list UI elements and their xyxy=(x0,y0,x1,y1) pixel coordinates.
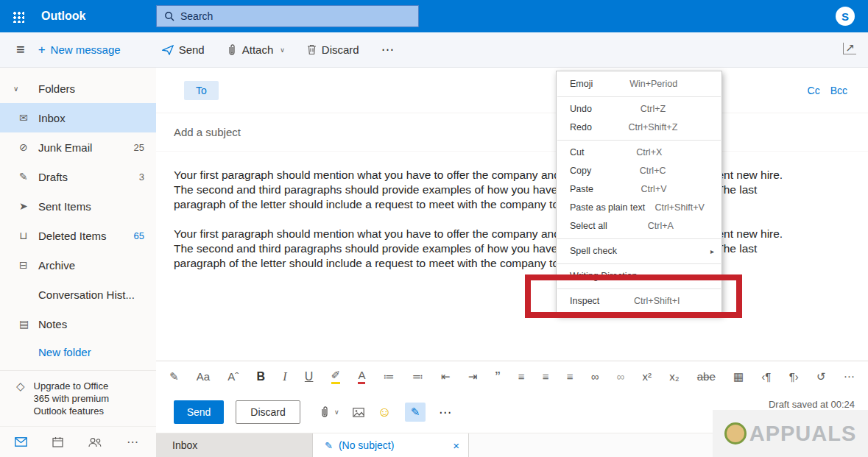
paragraph-ltr-icon[interactable]: ¶› xyxy=(789,370,799,383)
indent-icon[interactable]: ⇥ xyxy=(468,370,478,383)
tab-no-subject-label: (No subject) xyxy=(339,439,394,451)
menu-item-select-all[interactable]: Select all Ctrl+A xyxy=(557,217,721,235)
context-menu-shortcut: Ctrl+Z xyxy=(641,104,666,115)
more-commands-icon[interactable]: ⋯ xyxy=(374,42,401,57)
insert-picture-icon[interactable] xyxy=(353,408,364,417)
menu-item-emoji[interactable]: Emoji Win+Period xyxy=(557,75,721,93)
undo-icon[interactable]: ↺ xyxy=(816,370,826,383)
menu-item-paste-as-plain-text[interactable]: Paste as plain text Ctrl+Shift+V xyxy=(557,199,721,217)
compose-body[interactable]: Your first paragraph should mention what… xyxy=(156,152,868,361)
font-color-icon[interactable]: A xyxy=(358,369,365,384)
insert-image-icon[interactable]: ▦ xyxy=(733,370,744,383)
app-title: Outlook xyxy=(41,10,85,23)
new-folder-button[interactable]: New folder xyxy=(0,339,156,366)
sidebar-item-inbox[interactable]: ✉ Inbox xyxy=(0,103,156,132)
folders-header[interactable]: ∨ Folders xyxy=(0,74,156,103)
formatting-toolbar: ✎ Aa Aˆ B I U ✐ A ≔ ≕ ⇤ ⇥ xyxy=(156,361,868,392)
numbered-list-icon[interactable]: ≕ xyxy=(412,370,423,383)
folder-label: Sent Items xyxy=(38,200,91,213)
underline-icon[interactable]: U xyxy=(305,370,314,383)
pencil-icon: ✎ xyxy=(325,440,333,451)
align-right-icon[interactable]: ≡ xyxy=(567,370,574,383)
paperclip-icon xyxy=(227,44,237,56)
discard-toolbar-button[interactable]: Discard xyxy=(300,39,367,60)
more-compose-actions-icon[interactable]: ⋯ xyxy=(439,405,451,420)
app-launcher-button[interactable] xyxy=(0,0,35,32)
font-size-icon[interactable]: Aˆ xyxy=(227,370,239,383)
italic-icon[interactable]: I xyxy=(283,370,286,383)
tab-inbox[interactable]: Inbox xyxy=(156,433,313,457)
sidebar-item-conversation-history[interactable]: Conversation Hist... xyxy=(0,280,156,309)
align-center-icon[interactable]: ≡ xyxy=(543,370,549,383)
sidebar-item-junk-email[interactable]: ⊘ Junk Email 25 xyxy=(0,132,156,162)
menu-item-cut[interactable]: Cut Ctrl+X xyxy=(557,144,721,162)
open-in-new-window-icon[interactable]: ↗ xyxy=(843,43,856,54)
unlink-icon[interactable]: ∞ xyxy=(617,370,625,383)
bcc-button[interactable]: Bcc xyxy=(830,85,847,96)
subject-input[interactable]: Add a subject xyxy=(156,113,868,152)
align-left-icon[interactable]: ≡ xyxy=(518,370,525,383)
premium-diamond-icon: ◇ xyxy=(16,380,25,417)
folder-label: Junk Email xyxy=(38,141,92,154)
folder-icon: ⊘ xyxy=(19,141,38,153)
sidebar-item-notes[interactable]: ▤ Notes xyxy=(0,309,156,339)
link-icon[interactable]: ∞ xyxy=(591,370,599,383)
more-modules-icon[interactable]: ⋯ xyxy=(127,435,138,449)
upgrade-banner[interactable]: ◇ Upgrade to Office 365 with premium Out… xyxy=(0,370,156,426)
search-input[interactable] xyxy=(180,10,411,22)
send-button[interactable]: Send xyxy=(174,400,224,424)
format-painter-icon[interactable]: ✎ xyxy=(169,370,179,383)
more-formatting-icon[interactable]: ⋯ xyxy=(844,370,855,383)
context-menu-shortcut: Ctrl+C xyxy=(640,166,666,177)
mail-module-icon[interactable] xyxy=(15,437,27,447)
sidebar-item-sent-items[interactable]: ➤ Sent Items xyxy=(0,191,156,221)
context-menu-item-label: Spell check xyxy=(570,246,617,257)
menu-item-paste[interactable]: Paste Ctrl+V xyxy=(557,180,721,199)
folder-icon: ✉ xyxy=(19,112,38,124)
tab-no-subject[interactable]: ✎ (No subject) × xyxy=(313,433,469,457)
close-icon[interactable]: × xyxy=(453,439,459,452)
top-app-bar: Outlook S xyxy=(0,0,868,32)
folders-label: Folders xyxy=(38,82,75,95)
skype-icon[interactable]: S xyxy=(836,7,855,26)
strikethrough-icon[interactable]: abe xyxy=(697,370,716,383)
formatting-options-toggle[interactable]: ✎ xyxy=(405,403,426,422)
emoji-picker-icon[interactable]: ☺ xyxy=(378,404,392,420)
bullet-list-icon[interactable]: ≔ xyxy=(384,370,395,383)
folder-count-badge: 65 xyxy=(134,230,144,241)
outdent-icon[interactable]: ⇤ xyxy=(441,370,451,383)
menu-item-spell-check[interactable]: Spell check ▸ xyxy=(557,242,721,261)
quote-icon[interactable]: ” xyxy=(495,372,501,382)
sidebar-item-deleted-items[interactable]: ⊔ Deleted Items 65 xyxy=(0,221,156,250)
context-menu-shortcut: Ctrl+Shift+Z xyxy=(629,122,678,133)
paragraph-rtl-icon[interactable]: ‹¶ xyxy=(761,370,771,383)
superscript-icon[interactable]: x² xyxy=(643,370,652,383)
hamburger-menu-icon[interactable]: ≡ xyxy=(16,41,25,58)
chevron-down-icon[interactable]: ∨ xyxy=(334,408,339,416)
module-switcher: ⋯ xyxy=(0,426,156,457)
font-icon[interactable]: Aa xyxy=(197,370,210,383)
paperclip-icon[interactable] xyxy=(320,406,330,418)
menu-separator xyxy=(557,263,721,264)
bold-icon[interactable]: B xyxy=(257,370,266,383)
context-menu-item-label: Emoji xyxy=(570,79,593,90)
menu-item-redo[interactable]: Redo Ctrl+Shift+Z xyxy=(557,118,721,137)
to-button[interactable]: To xyxy=(184,81,219,100)
new-message-button[interactable]: + New message xyxy=(38,43,121,57)
menu-item-undo[interactable]: Undo Ctrl+Z xyxy=(557,100,721,118)
subscript-icon[interactable]: x₂ xyxy=(669,370,679,383)
cc-button[interactable]: Cc xyxy=(808,85,820,96)
context-menu-item-label: Redo xyxy=(570,122,592,133)
folder-label: Archive xyxy=(38,259,75,272)
send-toolbar-button[interactable]: Send xyxy=(155,39,212,60)
attach-button[interactable]: Attach ∨ xyxy=(219,39,292,60)
calendar-module-icon[interactable] xyxy=(52,436,63,447)
search-bar[interactable] xyxy=(156,5,419,27)
sidebar-item-archive[interactable]: ⊟ Archive xyxy=(0,250,156,280)
people-module-icon[interactable] xyxy=(88,437,102,447)
sidebar-item-drafts[interactable]: ✎ Drafts 3 xyxy=(0,162,156,191)
menu-item-copy[interactable]: Copy Ctrl+C xyxy=(557,162,721,180)
recipients-row: To Cc Bcc xyxy=(156,68,868,113)
discard-button[interactable]: Discard xyxy=(236,400,300,424)
highlight-icon[interactable]: ✐ xyxy=(331,369,341,384)
